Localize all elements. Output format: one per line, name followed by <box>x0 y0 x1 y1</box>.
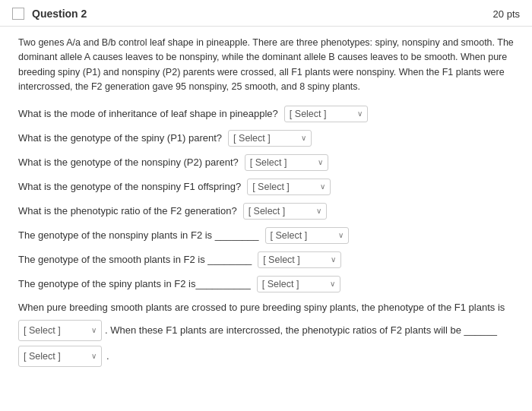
question-label-2: What is the genotype of the spiny (P1) p… <box>18 132 222 144</box>
question-row-6: The genotype of the nonspiny plants in F… <box>18 227 514 244</box>
select-q2[interactable]: [ Select ] ∨ <box>228 130 312 147</box>
question-checkbox[interactable] <box>12 8 24 20</box>
select-q8[interactable]: [ Select ] ∨ <box>257 276 340 292</box>
select-q6[interactable]: [ Select ] ∨ <box>265 227 349 244</box>
period: . <box>106 349 109 365</box>
question-label-6: The genotype of the nonspiny plants in F… <box>18 229 259 241</box>
question-row-1: What is the mode of inheritance of leaf … <box>18 106 514 122</box>
question-label-7: The genotype of the smooth plants in F2 … <box>18 254 252 265</box>
question-title: Question 2 <box>32 8 87 20</box>
select-q4[interactable]: [ Select ] ∨ <box>247 179 331 195</box>
question-label-3: What is the genotype of the nonspiny (P2… <box>18 156 239 168</box>
last-section-row3: [ Select ] ∨ . <box>18 346 514 367</box>
select-q3[interactable]: [ Select ] ∨ <box>245 154 328 171</box>
select-last2-arrow: ∨ <box>91 350 97 362</box>
question-row-7: The genotype of the smooth plants in F2 … <box>18 251 514 268</box>
last-section-part1: When pure breeding smooth plants are cro… <box>18 300 505 316</box>
select-q5-arrow: ∨ <box>316 207 321 215</box>
select-last1-text: [ Select ] <box>24 323 87 338</box>
select-q5-text: [ Select ] <box>249 206 312 217</box>
page: Question 2 20 pts Two genes A/a and B/b … <box>0 0 532 411</box>
select-last2-text: [ Select ] <box>24 349 87 364</box>
question-header-left: Question 2 <box>12 8 87 20</box>
select-q6-arrow: ∨ <box>338 231 344 239</box>
select-q4-arrow: ∨ <box>320 182 325 191</box>
question-row-3: What is the genotype of the nonspiny (P2… <box>18 154 514 171</box>
last-section-row2: [ Select ] ∨ . When these F1 plants are … <box>18 320 514 341</box>
question-points: 20 pts <box>493 8 520 20</box>
select-last2[interactable]: [ Select ] ∨ <box>18 346 102 367</box>
question-label-4: What is the genotype of the nonspiny F1 … <box>18 181 241 192</box>
select-q3-arrow: ∨ <box>318 158 323 166</box>
question-row-4: What is the genotype of the nonspiny F1 … <box>18 179 514 195</box>
question-row-8: The genotype of the spiny plants in F2 i… <box>18 276 514 292</box>
last-section-row1: When pure breeding smooth plants are cro… <box>18 300 514 316</box>
question-body: Two genes A/a and B/b control leaf shape… <box>0 27 532 382</box>
question-row-5: What is the phenotypic ratio of the F2 g… <box>18 203 514 220</box>
select-q1-text: [ Select ] <box>290 109 353 119</box>
question-row-2: What is the genotype of the spiny (P1) p… <box>18 130 514 147</box>
select-q4-text: [ Select ] <box>252 182 315 192</box>
select-q2-text: [ Select ] <box>233 133 296 144</box>
select-q8-text: [ Select ] <box>262 279 325 289</box>
select-q7-arrow: ∨ <box>331 255 336 264</box>
select-q1-arrow: ∨ <box>357 109 363 118</box>
question-label-1: What is the mode of inheritance of leaf … <box>18 108 278 119</box>
last-section-part2: . When these F1 plants are intercrossed,… <box>105 323 497 339</box>
select-q3-text: [ Select ] <box>250 157 313 168</box>
select-q1[interactable]: [ Select ] ∨ <box>284 106 368 122</box>
select-q2-arrow: ∨ <box>301 134 306 142</box>
select-q6-text: [ Select ] <box>271 230 334 241</box>
intro-text: Two genes A/a and B/b control leaf shape… <box>18 36 514 95</box>
select-q5[interactable]: [ Select ] ∨ <box>243 203 327 220</box>
question-header: Question 2 20 pts <box>0 0 532 27</box>
last-section: When pure breeding smooth plants are cro… <box>18 300 514 368</box>
question-label-8: The genotype of the spiny plants in F2 i… <box>18 278 251 289</box>
select-q8-arrow: ∨ <box>330 280 335 288</box>
select-q7-text: [ Select ] <box>263 255 326 265</box>
select-q7[interactable]: [ Select ] ∨ <box>258 251 341 268</box>
select-last1[interactable]: [ Select ] ∨ <box>18 320 102 341</box>
select-last1-arrow: ∨ <box>91 324 97 337</box>
question-label-5: What is the phenotypic ratio of the F2 g… <box>18 205 237 217</box>
